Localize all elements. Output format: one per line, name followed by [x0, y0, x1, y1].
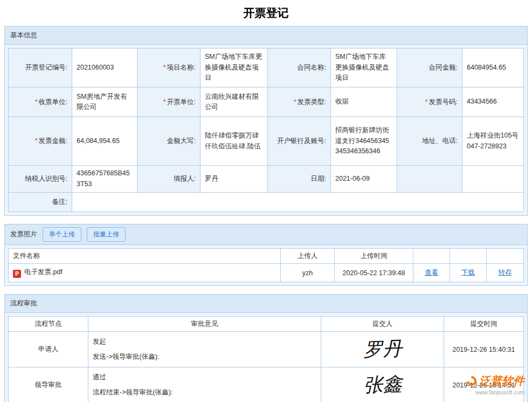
field-value-invoice-type: 收据	[331, 87, 397, 117]
field-value-remark	[72, 193, 524, 212]
field-value-payee-unit: SM房地产开发有限公司	[72, 87, 137, 117]
submitter-signature: 张鑫	[363, 371, 403, 399]
field-label-amount-in-words: *金额大写:	[137, 117, 201, 166]
field-label-contract-amount: *合同金额:	[397, 49, 462, 87]
col-header-action-3	[487, 249, 524, 264]
submitter-cell: 张鑫	[321, 367, 444, 402]
field-label-reg-no: *开票登记编号:	[9, 49, 72, 87]
field-value-invoice-no: 43434566	[462, 87, 524, 117]
label-text: 合同名称:	[298, 64, 326, 71]
required-marker: *	[35, 98, 38, 106]
fanpu-logo-icon	[465, 374, 478, 387]
page-title: 开票登记	[0, 0, 532, 26]
col-header-submitter: 提交人	[321, 317, 444, 332]
required-marker: *	[163, 98, 166, 106]
process-approval-panel: 流程审批 流程节点 审批意见 提交人 提交时间 申请人 发起 发送->领导审批(…	[4, 294, 528, 402]
label-text: 备注:	[52, 198, 67, 206]
col-header-upload-time: 上传时间	[335, 249, 413, 264]
field-value-date: 2021-06-09	[331, 166, 397, 193]
submit-time-cell: 2019-12-26 15:40:31	[444, 332, 524, 367]
node-cell: 申请人	[9, 332, 88, 367]
view-action-cell: 查看	[413, 264, 450, 282]
label-text: 发票类型:	[298, 98, 326, 106]
field-label-address-phone: *地址、电话:	[397, 117, 462, 166]
label-text: 填报人:	[174, 175, 196, 182]
col-header-action-1	[413, 249, 450, 264]
submitter-cell: 罗丹	[321, 332, 444, 367]
field-label-contract-name: *合同名称:	[268, 49, 331, 87]
approval-row-applicant: 申请人 发起 发送->领导审批(张鑫): 罗丹 2019-12-26 15:40…	[9, 332, 524, 367]
invoice-photos-header: 发票照片 单个上传 批量上传	[5, 224, 527, 245]
invoice-photos-panel: 发票照片 单个上传 批量上传 文件名称 上传人 上传时间 P电子发票.pdf y…	[4, 224, 528, 286]
node-cell: 领导审批	[9, 367, 88, 402]
col-header-submit-time: 提交时间	[444, 317, 524, 332]
transfer-action-cell: 转存	[487, 264, 524, 282]
col-header-opinion: 审批意见	[88, 317, 321, 332]
field-label-payee-unit: *收票单位:	[9, 87, 72, 117]
field-value-project-name: SM广场地下车库更换摄像机及硬盘项目	[201, 49, 268, 87]
download-link[interactable]: 下载	[461, 269, 475, 276]
transfer-link[interactable]: 转存	[499, 269, 512, 276]
field-value-address-phone: 上海祥业街105号 047-2728923	[462, 117, 524, 166]
label-text: 开户银行及账号:	[277, 137, 326, 145]
opinion-line-2: 流程结束->领导审批(张鑫):	[93, 388, 316, 398]
field-label-project-name: *项目名称:	[137, 49, 201, 87]
label-text: 开票单位:	[167, 98, 196, 106]
label-text: 纳税人识别号:	[25, 175, 67, 182]
col-header-uploader: 上传人	[281, 249, 335, 264]
field-label-billing-unit: *开票单位:	[137, 87, 201, 117]
field-label-taxpayer-id: *纳税人识别号:	[9, 166, 72, 193]
process-approval-section-title: 流程审批	[5, 295, 527, 313]
field-value-contract-amount: 64084954.65	[462, 49, 524, 87]
view-link[interactable]: 查看	[425, 269, 438, 276]
label-text: 合同金额:	[429, 64, 458, 71]
basic-info-body: *开票登记编号: 2021060003 *项目名称: SM广场地下车库更换摄像机…	[5, 45, 527, 215]
fanpu-url: www.fanpusoft.com	[467, 389, 524, 396]
invoice-photos-section-title: 发票照片	[10, 230, 37, 239]
basic-info-table: *开票登记编号: 2021060003 *项目名称: SM广场地下车库更换摄像机…	[8, 48, 524, 212]
opinion-cell: 发起 发送->领导审批(张鑫):	[88, 332, 321, 367]
label-text: 日期:	[311, 175, 326, 182]
opinion-line-2: 发送->领导审批(张鑫):	[93, 352, 316, 362]
batch-upload-button[interactable]: 批量上传	[87, 227, 126, 242]
empty-label-cell	[397, 166, 462, 193]
field-label-invoice-amount: *发票金额:	[9, 117, 72, 166]
opinion-line-1: 发起	[93, 337, 316, 347]
opinion-cell: 通过 流程结束->领导审批(张鑫):	[88, 367, 321, 402]
single-upload-button[interactable]: 单个上传	[43, 227, 81, 242]
file-name-cell: P电子发票.pdf	[9, 264, 281, 282]
field-value-amount-in-words: 陆仟肆佰零捌万肆仟玖佰伍拾肆.陆伍	[201, 117, 268, 166]
submitter-signature: 罗丹	[363, 336, 403, 363]
process-approval-body: 流程节点 审批意见 提交人 提交时间 申请人 发起 发送->领导审批(张鑫): …	[5, 313, 527, 402]
required-marker: *	[163, 64, 166, 71]
field-value-bank-account: 招商银行新牌坊街道支行346456345345346356346	[331, 117, 397, 166]
field-label-remark: *备注:	[9, 193, 72, 212]
col-header-node: 流程节点	[9, 317, 88, 332]
pdf-file-icon: P	[13, 270, 21, 278]
field-value-preparer: 罗丹	[201, 166, 268, 193]
file-row: P电子发票.pdf yzh 2020-05-22 17:39:48 查看 下载 …	[9, 264, 524, 282]
uploader-cell: yzh	[281, 264, 335, 282]
field-value-contract-name: SM广场地下车库更换摄像机及硬盘项目	[331, 49, 397, 87]
field-label-date: *日期:	[268, 166, 331, 193]
file-name: 电子发票.pdf	[24, 268, 63, 276]
opinion-line-1: 通过	[93, 373, 316, 383]
invoice-photos-table: 文件名称 上传人 上传时间 P电子发票.pdf yzh 2020-05-22 1…	[8, 248, 524, 282]
required-marker: *	[294, 98, 296, 106]
approval-row-leader: 领导审批 通过 流程结束->领导审批(张鑫): 张鑫 2019-12-26 16…	[9, 367, 524, 402]
upload-time-cell: 2020-05-22 17:39:48	[335, 264, 413, 282]
field-label-bank-account: *开户银行及账号:	[268, 117, 331, 166]
label-text: 发票号码:	[429, 98, 458, 106]
invoice-photos-body: 文件名称 上传人 上传时间 P电子发票.pdf yzh 2020-05-22 1…	[5, 245, 527, 285]
basic-info-section-title: 基本信息	[5, 26, 527, 45]
label-text: 项目名称:	[167, 64, 196, 71]
label-text: 金额大写:	[167, 137, 196, 145]
label-text: 开票登记编号:	[25, 64, 67, 71]
field-value-billing-unit: 云南欣兴建材有限公司	[201, 87, 268, 117]
col-header-action-2	[450, 249, 487, 264]
required-marker: *	[425, 98, 428, 106]
field-label-preparer: *填报人:	[137, 166, 201, 193]
required-marker: *	[35, 137, 38, 145]
vendor-watermark: 泛普软件 www.fanpusoft.com	[467, 373, 524, 396]
basic-info-panel: 基本信息 *开票登记编号: 2021060003 *项目名称: SM广场地下车库…	[4, 26, 528, 216]
